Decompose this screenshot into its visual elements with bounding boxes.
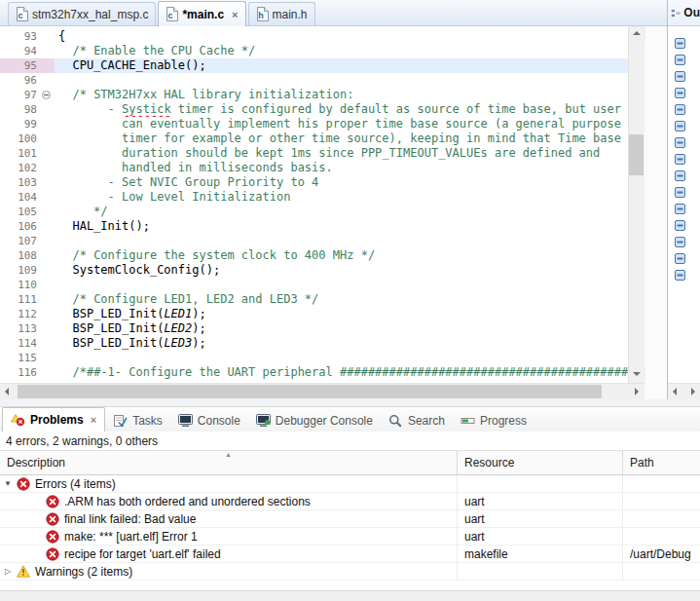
outline-item[interactable] bbox=[668, 102, 700, 119]
problem-row[interactable]: make: *** [uart.elf] Error 1uart bbox=[0, 528, 700, 545]
outline-item[interactable] bbox=[668, 251, 700, 268]
panel-tab-search[interactable]: Search bbox=[381, 409, 453, 432]
outline-horizontal-scrollbar[interactable] bbox=[668, 383, 700, 399]
editor-tab-main-c[interactable]: c *main.c × bbox=[158, 1, 245, 26]
problem-description: make: *** [uart.elf] Error 1 bbox=[64, 530, 198, 544]
scroll-left-button[interactable] bbox=[668, 384, 684, 400]
code-line[interactable]: 98 - Systick timer is configured by defa… bbox=[0, 102, 628, 117]
problem-row[interactable]: recipe for target 'uart.elf' failedmakef… bbox=[0, 545, 700, 563]
code-line[interactable]: 99 can eventually implement his proper t… bbox=[0, 117, 628, 131]
outline-node-icon bbox=[674, 70, 686, 86]
code-line[interactable]: 106 HAL_Init(); bbox=[0, 219, 628, 234]
panel-tab-problems[interactable]: Problems× bbox=[2, 407, 105, 432]
code-line[interactable]: 114 BSP_LED_Init(LED3); bbox=[0, 336, 628, 351]
group-label: Warnings (2 items) bbox=[35, 565, 132, 579]
outline-item[interactable] bbox=[668, 268, 700, 284]
code-line[interactable]: 113 BSP_LED_Init(LED2); bbox=[0, 321, 628, 336]
code-line[interactable]: 112 BSP_LED_Init(LED1); bbox=[0, 307, 628, 321]
code-line[interactable]: 94 /* Enable the CPU Cache */ bbox=[0, 44, 628, 58]
outline-item[interactable] bbox=[668, 169, 700, 185]
problems-icon bbox=[11, 413, 25, 427]
line-number: 116 bbox=[0, 365, 55, 380]
column-header-resource[interactable]: Resource bbox=[458, 451, 623, 474]
close-icon[interactable]: × bbox=[232, 10, 238, 19]
panel-tab-progress[interactable]: Progress bbox=[453, 409, 534, 432]
scroll-down-button[interactable] bbox=[629, 365, 645, 382]
scrollbar-thumb[interactable] bbox=[629, 134, 644, 175]
outline-node-icon bbox=[674, 269, 686, 284]
editor-tab-stm32h7xx-hal-msp[interactable]: c stm32h7xx_hal_msp.c bbox=[8, 2, 156, 25]
code-line[interactable]: 100 timer for example or other time sour… bbox=[0, 131, 628, 146]
scroll-right-button[interactable] bbox=[628, 384, 645, 400]
outline-item[interactable] bbox=[668, 218, 700, 235]
fold-collapse-icon[interactable] bbox=[42, 91, 51, 99]
tab-label: stm32h7xx_hal_msp.c bbox=[32, 8, 148, 21]
problem-row[interactable]: .ARM has both ordered and unordered sect… bbox=[0, 493, 700, 510]
code-line[interactable]: 95 CPU_CACHE_Enable(); bbox=[0, 58, 628, 73]
line-number: 107 bbox=[0, 234, 55, 248]
panel-horizontal-scrollbar[interactable] bbox=[0, 590, 700, 601]
outline-item[interactable] bbox=[668, 36, 700, 53]
problems-group-row[interactable]: ▼Errors (4 items) bbox=[0, 475, 700, 493]
code-line[interactable]: 111 /* Configure LED1, LED2 and LED3 */ bbox=[0, 292, 628, 307]
code-line[interactable]: 97 /* STM32H7xx HAL library initializati… bbox=[0, 88, 628, 102]
outline-item[interactable] bbox=[668, 152, 700, 169]
collapsed-arrow-icon[interactable]: ▷ bbox=[0, 567, 16, 576]
code-line[interactable]: 103 - Set NVIC Group Priority to 4 bbox=[0, 175, 628, 190]
outline-item[interactable] bbox=[668, 235, 700, 251]
code-line[interactable]: 93{ bbox=[0, 29, 628, 44]
error-icon bbox=[45, 495, 59, 508]
outline-item[interactable] bbox=[668, 185, 700, 202]
search-icon bbox=[388, 414, 403, 428]
tab-label: main.h bbox=[273, 8, 308, 21]
line-number: 99 bbox=[0, 117, 55, 131]
console-icon bbox=[178, 414, 193, 428]
outline-node-icon bbox=[674, 169, 686, 185]
code-line[interactable]: 101 duration should be kept 1ms since PP… bbox=[0, 146, 628, 161]
column-header-path[interactable]: Path bbox=[623, 451, 700, 474]
outline-node-icon bbox=[674, 120, 686, 135]
problem-path bbox=[623, 493, 700, 509]
outline-item[interactable] bbox=[668, 69, 700, 86]
code-line[interactable]: 109 SystemClock_Config(); bbox=[0, 263, 628, 278]
code-line[interactable]: 96 bbox=[0, 73, 628, 88]
code-line[interactable]: 105 */ bbox=[0, 205, 628, 219]
panel-tab-debugger-console[interactable]: Debugger Console bbox=[248, 409, 381, 432]
pane-sash[interactable] bbox=[0, 399, 700, 407]
outline-item[interactable] bbox=[668, 53, 700, 69]
svg-text:c: c bbox=[168, 11, 173, 20]
code-line[interactable]: 110 bbox=[0, 278, 628, 292]
error-icon bbox=[16, 477, 30, 491]
sort-ascending-icon: ▲ bbox=[225, 451, 232, 459]
panel-tab-tasks[interactable]: Tasks bbox=[105, 409, 170, 432]
tab-label: Debugger Console bbox=[276, 414, 373, 428]
problem-row[interactable]: final link failed: Bad valueuart bbox=[0, 510, 700, 528]
scroll-up-button[interactable] bbox=[629, 26, 645, 43]
line-number: 115 bbox=[0, 351, 55, 365]
outline-item[interactable] bbox=[668, 135, 700, 152]
scrollbar-thumb[interactable] bbox=[18, 385, 602, 398]
code-line[interactable]: 115 bbox=[0, 351, 628, 365]
column-header-description[interactable]: ▲ Description bbox=[0, 451, 458, 474]
bottom-panel-tab-bar: Problems×TasksConsoleDebugger ConsoleSea… bbox=[0, 407, 700, 432]
problems-group-row[interactable]: ▷Warnings (2 items) bbox=[0, 563, 700, 581]
panel-tab-console[interactable]: Console bbox=[170, 409, 248, 432]
editor-vertical-scrollbar[interactable] bbox=[628, 26, 645, 383]
outline-item[interactable] bbox=[668, 119, 700, 135]
outline-item[interactable] bbox=[668, 202, 700, 218]
scroll-left-button[interactable] bbox=[0, 384, 17, 400]
scroll-right-button[interactable] bbox=[684, 384, 700, 400]
outline-tab[interactable]: Ou bbox=[668, 0, 700, 26]
editor-tab-main-h[interactable]: h main.h bbox=[248, 2, 315, 25]
code-line[interactable]: 116 /*##-1- Configure the UART periphera… bbox=[0, 365, 628, 380]
code-line[interactable]: 108 /* Configure the system clock to 400… bbox=[0, 248, 628, 263]
code-line[interactable]: 104 - Low Level Initialization bbox=[0, 190, 628, 205]
code-line[interactable]: 102 handled in milliseconds basis. bbox=[0, 161, 628, 175]
line-number: 98 bbox=[0, 102, 55, 117]
code-line[interactable]: 107 bbox=[0, 234, 628, 248]
outline-item[interactable] bbox=[668, 86, 700, 102]
code-editor[interactable]: 93{94 /* Enable the CPU Cache */95 CPU_C… bbox=[0, 26, 628, 383]
close-icon[interactable]: × bbox=[91, 414, 96, 426]
line-number: 109 bbox=[0, 263, 55, 278]
expanded-arrow-icon[interactable]: ▼ bbox=[0, 479, 16, 488]
